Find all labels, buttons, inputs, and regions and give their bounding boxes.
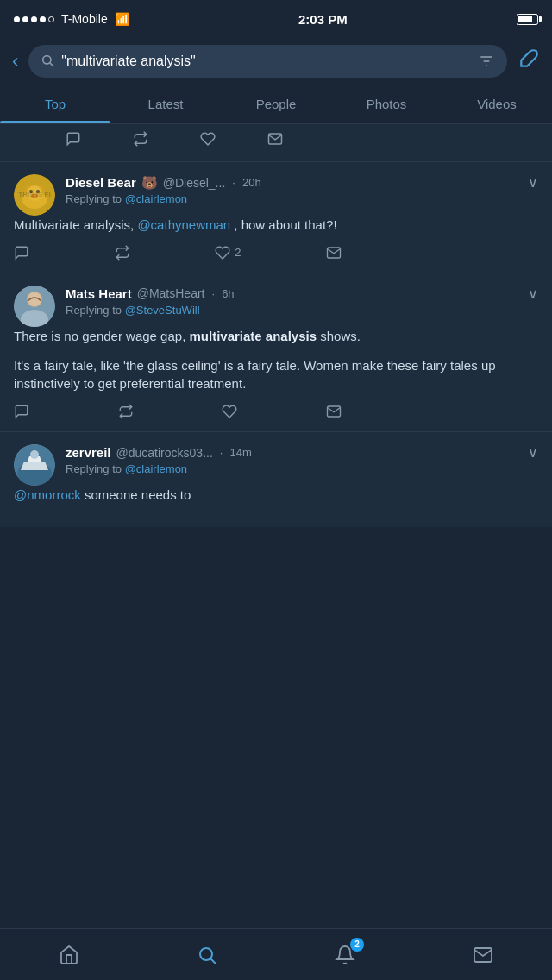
tweet-header-3: zervreil @ducatirocks03... · 14m ∨ Reply… [14,444,538,486]
clock: 2:03 PM [298,12,348,27]
signal-strength [14,16,54,22]
svg-point-12 [31,194,38,198]
tweet-age-1: 20h [242,176,261,189]
tweet-header-2: Mats Heart @MatsHeart · 6h ∨ Replying to… [14,286,538,327]
avatar-diesel-bear[interactable]: THIS IS FI [14,174,55,216]
more-button-1[interactable]: ∨ [528,174,538,191]
svg-marker-20 [21,462,48,470]
nav-home[interactable] [43,936,95,974]
tweet-actions-2 [14,404,342,419]
tweet-bold-2: multivariate analysis [189,329,317,343]
compose-button[interactable] [518,47,540,75]
bottom-nav: 2 [0,928,552,980]
tab-photos[interactable]: Photos [331,85,442,123]
retweet-icon-stub [133,131,148,151]
scroll-stub [0,124,552,162]
tweet-header-1: THIS IS FI Diesel B [14,174,538,216]
tweet-age-3: 14m [229,446,251,459]
tweet-time-2: · [212,287,216,300]
search-pill[interactable]: "multivariate analysis" [28,45,507,78]
avatar-zervreil[interactable] [14,444,55,486]
status-left: T-Mobile 📶 [14,12,129,26]
svg-line-1 [50,63,53,66]
tweet-zervreil: zervreil @ducatirocks03... · 14m ∨ Reply… [0,432,552,527]
tweet-mention-1[interactable]: @cathynewman [137,217,230,232]
tab-top[interactable]: Top [0,85,110,123]
reply-to-1: Replying to @clairlemon [66,192,538,205]
tweet-body-2: There is no gender wage gap, multivariat… [14,327,538,393]
reply-to-2: Replying to @SteveStuWill [66,304,538,317]
svg-point-9 [27,185,42,201]
tweet-text-1b: , how about that?! [230,217,336,232]
tweet-meta-2: Mats Heart @MatsHeart · 6h ∨ Replying to… [66,286,538,322]
avatar-image-1: THIS IS FI [14,174,55,216]
like-button-2[interactable] [222,404,237,419]
tweet-time-1: · [232,176,235,189]
wifi-icon: 📶 [115,12,129,26]
retweet-button-1[interactable] [115,245,130,261]
reply-to-3: Replying to @clairlemon [66,462,538,475]
message-button-1[interactable] [326,245,342,261]
signal-dot-5 [48,16,54,22]
nav-notifications[interactable]: 2 [319,936,371,974]
tweet-name-row-1: Diesel Bear 🐻 @Diesel_... · 20h ∨ [66,174,538,191]
tab-people[interactable]: People [221,85,331,123]
like-button-1[interactable]: 2 [215,245,241,261]
nav-search[interactable] [181,936,233,974]
search-bar-container: ‹ "multivariate analysis" [0,38,552,85]
avatar-mats-heart[interactable] [14,286,55,327]
tweet-name-row-2: Mats Heart @MatsHeart · 6h ∨ [66,286,538,302]
username-1[interactable]: @Diesel_... [163,176,226,190]
display-name-1: Diesel Bear [66,175,136,190]
tweet-body-1: Multivariate analysis, @cathynewman , ho… [14,216,538,235]
tweet-text-2b: It's a fairy tale, like 'the glass ceili… [14,356,538,394]
svg-point-10 [29,190,33,193]
reply-icon-stub [66,131,81,151]
carrier-label: T-Mobile [61,12,108,26]
status-bar: T-Mobile 📶 2:03 PM [0,0,552,38]
reply-button-1[interactable] [14,245,29,261]
svg-line-23 [211,958,216,964]
reply-handle-3[interactable]: @clairlemon [125,462,187,475]
more-button-2[interactable]: ∨ [528,286,538,302]
tweet-mention-3[interactable]: @nmorrock [14,487,81,502]
tabs-container: Top Latest People Photos Videos [0,85,552,124]
signal-dot-4 [40,16,46,22]
battery-icon [517,14,538,25]
tab-latest[interactable]: Latest [110,85,221,123]
search-query: "multivariate analysis" [61,53,471,69]
tab-videos[interactable]: Videos [442,85,552,123]
tweet-actions-1: 2 [14,245,342,261]
avatar-image-3 [14,444,55,486]
tweet-meta-3: zervreil @ducatirocks03... · 14m ∨ Reply… [66,444,538,481]
more-button-3[interactable]: ∨ [528,444,538,461]
tweet-text-3: someone needs to [81,487,191,502]
filter-icon[interactable] [478,53,495,70]
display-name-3: zervreil [66,445,111,460]
username-3[interactable]: @ducatirocks03... [116,446,213,460]
notification-badge: 2 [350,938,364,952]
tweet-name-row-3: zervreil @ducatirocks03... · 14m ∨ [66,444,538,461]
tweet-body-3: @nmorrock someone needs to [14,486,538,505]
signal-dot-3 [31,16,37,22]
like-count-1: 2 [235,246,241,259]
reply-handle-2[interactable]: @SteveStuWill [125,304,200,317]
content-area: THIS IS FI Diesel B [0,124,552,579]
retweet-button-2[interactable] [118,404,134,419]
tweet-name-group-2: Mats Heart @MatsHeart · 6h [66,286,235,301]
tweet-diesel-bear: THIS IS FI Diesel B [0,162,552,273]
tweet-meta-1: Diesel Bear 🐻 @Diesel_... · 20h ∨ Replyi… [66,174,538,210]
tweet-text-2a: There is no gender wage gap, multivariat… [14,327,538,346]
nav-messages[interactable] [457,936,509,974]
display-name-2: Mats Heart [66,286,132,301]
bear-emoji: 🐻 [141,175,158,191]
back-button[interactable]: ‹ [12,50,18,72]
reply-button-2[interactable] [14,404,29,419]
message-button-2[interactable] [326,404,342,419]
reply-handle-1[interactable]: @clairlemon [125,192,187,205]
status-right [517,14,538,25]
username-2[interactable]: @MatsHeart [137,286,205,300]
search-icon [41,53,54,70]
message-icon-stub [267,131,283,151]
tweet-name-group-1: Diesel Bear 🐻 @Diesel_... · 20h [66,175,261,191]
